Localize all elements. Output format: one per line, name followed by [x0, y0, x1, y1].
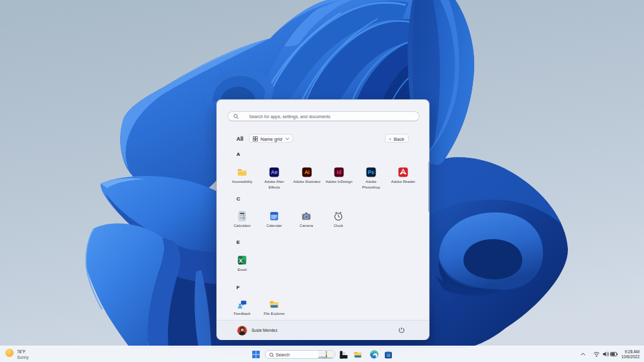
svg-text:X: X	[239, 258, 243, 264]
svg-text:Id: Id	[336, 170, 341, 175]
svg-text:Ai: Ai	[304, 170, 309, 175]
svg-text:Ae: Ae	[271, 170, 278, 175]
svg-text:Ps: Ps	[368, 170, 374, 175]
